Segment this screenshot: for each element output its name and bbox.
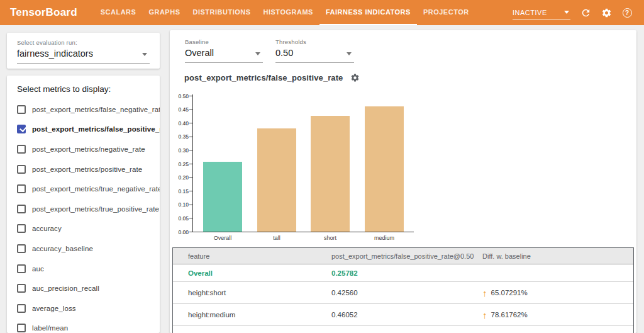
baseline-value: Overall (185, 48, 263, 63)
table-header-cell: feature (173, 252, 331, 260)
y-tick-mark (189, 205, 192, 205)
table-row-height-medium: height:medium0.46052↑78.61762% (173, 304, 633, 326)
chart-settings-gear-icon[interactable] (350, 73, 360, 82)
metric-item[interactable]: average_loss (7, 298, 160, 319)
diff-cell: ↑78.61762% (482, 310, 633, 320)
thresholds-dropdown[interactable]: Thresholds 0.50 (275, 38, 354, 63)
status-dropdown[interactable]: INACTIVE (513, 5, 570, 20)
baseline-label: Baseline (185, 38, 263, 45)
thresholds-value: 0.50 (275, 48, 354, 63)
metric-label: post_export_metrics/true_positive_rate (32, 205, 159, 213)
bar-medium (365, 106, 404, 232)
tab-scalars[interactable]: SCALARS (94, 0, 143, 25)
x-tick-label: short (303, 235, 357, 241)
table-header-cell: Diff. w. baseline (482, 252, 633, 260)
y-tick-mark (189, 110, 192, 110)
refresh-icon[interactable] (580, 7, 591, 18)
tab-histograms[interactable]: HISTOGRAMS (257, 0, 319, 25)
value-cell: 0.25782 (331, 269, 482, 277)
checkbox-icon[interactable] (17, 205, 26, 213)
feature-cell: Overall (173, 269, 331, 277)
evaluation-run-dropdown[interactable]: Select evaluation run: fairness_indicato… (17, 39, 150, 64)
chevron-down-icon (142, 53, 147, 56)
checkbox-icon[interactable] (17, 284, 26, 293)
run-selector-card: Select evaluation run: fairness_indicato… (7, 33, 160, 69)
metric-item[interactable]: label/mean (7, 319, 160, 333)
metric-item[interactable]: auc_precision_recall (7, 278, 160, 298)
checkbox-checked-icon[interactable] (17, 125, 26, 133)
diff-up-arrow-icon: ↑ (482, 288, 487, 298)
diff-value: 65.07291% (491, 289, 528, 296)
metric-item[interactable]: accuracy (7, 219, 160, 239)
chevron-down-icon (564, 11, 569, 14)
app-title: TensorBoard (0, 0, 77, 25)
metric-label: post_export_metrics/positive_rate (32, 166, 142, 173)
status-dropdown-value: INACTIVE (513, 9, 547, 16)
checkbox-icon[interactable] (17, 224, 26, 233)
metric-label: accuracy (32, 225, 62, 232)
tab-fairness-indicators[interactable]: FAIRNESS INDICATORS (319, 0, 417, 25)
y-tick-mark (189, 123, 192, 123)
gear-icon[interactable] (601, 7, 612, 18)
checkbox-icon[interactable] (17, 184, 26, 193)
tab-graphs[interactable]: GRAPHS (142, 0, 186, 25)
y-tick-label: 0.35 (170, 133, 189, 140)
checkbox-icon[interactable] (17, 264, 26, 273)
x-tick-label: Overall (196, 235, 250, 241)
y-tick-mark (189, 150, 192, 150)
checkbox-icon[interactable] (17, 105, 26, 114)
metric-item[interactable]: post_export_metrics/true_positive_rate (7, 199, 160, 219)
table-row-overall: Overall0.25782 (173, 264, 633, 282)
metric-label: auc (32, 265, 44, 273)
y-tick-mark (189, 218, 192, 218)
value-cell: 0.46052 (331, 311, 482, 319)
checkbox-icon[interactable] (17, 165, 26, 174)
nav-right: INACTIVE ? (513, 0, 644, 25)
baseline-dropdown[interactable]: Baseline Overall (185, 38, 263, 63)
metric-label: auc_precision_recall (32, 285, 99, 292)
bar-short (311, 116, 350, 232)
metric-label: post_export_metrics/false_positive_rate (32, 125, 160, 133)
app-header: TensorBoard SCALARSGRAPHSDISTRIBUTIONSHI… (0, 0, 644, 25)
y-tick-mark (189, 137, 192, 137)
nav-tabs: SCALARSGRAPHSDISTRIBUTIONSHISTOGRAMSFAIR… (94, 0, 475, 25)
y-tick-label: 0.00 (170, 229, 189, 235)
x-tick-label: tall (250, 235, 304, 241)
checkbox-icon[interactable] (17, 324, 26, 332)
metric-item[interactable]: post_export_metrics/positive_rate (7, 159, 160, 179)
bar-chart: 0.500.450.400.350.300.250.200.150.100.05… (170, 91, 459, 248)
checkbox-icon[interactable] (17, 304, 26, 313)
metric-label: accuracy_baseline (32, 245, 93, 252)
tab-distributions[interactable]: DISTRIBUTIONS (186, 0, 257, 25)
x-tick-label: medium (357, 235, 411, 241)
help-icon[interactable]: ? (621, 7, 633, 18)
checkbox-icon[interactable] (17, 244, 26, 253)
y-tick-mark (189, 96, 192, 96)
metric-item[interactable]: post_export_metrics/false_positive_rate (7, 120, 160, 140)
chevron-down-icon (347, 52, 352, 55)
y-tick-mark (189, 178, 192, 178)
metric-label: post_export_metrics/negative_rate (32, 145, 145, 153)
metric-item[interactable]: post_export_metrics/negative_rate (7, 139, 160, 159)
metrics-card: Select metrics to display: post_export_m… (7, 76, 160, 333)
metric-item[interactable]: auc (7, 259, 160, 279)
y-tick-label: 0.30 (170, 147, 189, 154)
diff-value: 78.61762% (491, 311, 528, 319)
chart-title: post_export_metrics/false_positive_rate (184, 73, 343, 82)
table-row-partial (173, 326, 633, 333)
tab-projector[interactable]: PROJECTOR (417, 0, 475, 25)
metric-label: post_export_metrics/true_negative_rate (32, 185, 160, 193)
value-cell: 0.42560 (331, 289, 482, 296)
feature-cell: height:short (173, 289, 331, 296)
evaluation-run-label: Select evaluation run: (17, 39, 150, 46)
metric-item[interactable]: accuracy_baseline (7, 239, 160, 259)
bar-tall (257, 128, 296, 232)
checkbox-icon[interactable] (17, 145, 26, 154)
main-panel: Baseline Overall Thresholds 0.50 post_ex… (170, 30, 636, 333)
metric-item[interactable]: post_export_metrics/false_negative_rate (7, 99, 160, 120)
diff-cell: ↑65.07291% (482, 288, 633, 298)
bar-overall (203, 162, 242, 232)
metric-item[interactable]: post_export_metrics/true_negative_rate (7, 179, 160, 199)
metrics-table: featurepost_export_metrics/false_positiv… (172, 247, 634, 333)
y-tick-label: 0.10 (170, 201, 189, 208)
